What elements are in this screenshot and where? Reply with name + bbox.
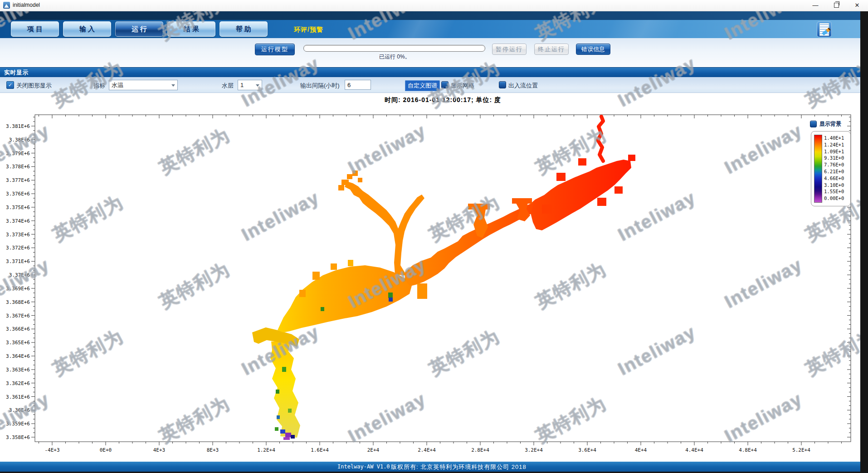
tab-结果[interactable]: 结果 [167,21,215,37]
show-background-checkbox[interactable] [810,121,817,127]
layer-value: 1 [240,82,244,88]
svg-text:5.2E+4: 5.2E+4 [792,447,810,453]
nav-band [0,11,868,20]
title-bar: initialmodel — ✕ [0,0,868,11]
minimize-button[interactable]: — [808,0,823,11]
tab-运行[interactable]: 运行 [115,21,163,37]
svg-text:2.4E+4: 2.4E+4 [418,447,436,453]
close-button[interactable]: ✕ [850,0,864,11]
svg-text:3.378E+6: 3.378E+6 [6,164,30,170]
legend-value: 1.24E+1 [824,141,844,148]
realtime-display-bar: 实时显示 [0,67,868,77]
eia-warning-label: 环评/预警 [294,26,323,34]
show-background-label: 显示背景 [819,120,841,128]
tab-帮助[interactable]: 帮助 [219,21,268,37]
app-icon [3,2,10,9]
svg-text:3.372E+6: 3.372E+6 [6,245,30,251]
custom-palette-button[interactable]: 自定义图谱 [405,80,440,91]
window-title: initialmodel [13,2,40,8]
show-grid-label: 显示网格 [451,82,474,90]
svg-text:3.361E+6: 3.361E+6 [6,394,30,400]
svg-text:3.368E+6: 3.368E+6 [6,299,30,305]
interval-label: 输出间隔(小时) [300,82,340,90]
chevron-down-icon [171,84,175,87]
svg-text:3.371E+6: 3.371E+6 [6,258,30,264]
progress-bar [303,45,485,52]
svg-text:3.379E+6: 3.379E+6 [6,151,30,156]
show-grid-checkbox[interactable] [441,81,449,88]
svg-text:2.8E+4: 2.8E+4 [471,447,489,453]
svg-text:1.6E+4: 1.6E+4 [311,447,329,453]
svg-text:3.36E+6: 3.36E+6 [9,407,30,413]
svg-text:3.2E+4: 3.2E+4 [525,447,543,453]
svg-text:3.374E+6: 3.374E+6 [6,218,30,224]
svg-text:-4E+3: -4E+3 [44,447,59,453]
svg-text:3.367E+6: 3.367E+6 [6,313,30,319]
legend-panel: 显示背景 1.40E+11.24E+11.09E+19.31E+07.76E+0… [810,121,852,206]
legend-value: 1.09E+1 [824,148,844,155]
legend-value: 4.66E+0 [824,175,844,182]
legend-value: 3.10E+0 [824,182,844,189]
svg-text:3.38E+6: 3.38E+6 [9,137,30,143]
indicator-select[interactable]: 水温 [109,80,178,90]
svg-text:3.366E+6: 3.366E+6 [6,326,30,332]
svg-text:3.377E+6: 3.377E+6 [6,177,30,183]
colorbar [814,135,822,203]
tab-项目[interactable]: 项目 [11,21,59,37]
svg-text:3.373E+6: 3.373E+6 [6,232,30,238]
close-graph-checkbox[interactable]: ✓ [6,81,14,89]
indicator-value: 水温 [112,81,123,89]
stop-run-button[interactable]: 终止运行 [534,44,569,55]
svg-text:8E+3: 8E+3 [207,447,219,453]
layer-select[interactable]: 1 [238,80,262,90]
svg-text:3.381E+6: 3.381E+6 [6,123,30,129]
pause-run-button[interactable]: 暂停运行 [492,44,527,55]
error-info-button[interactable]: 错误信息 [576,44,610,55]
restore-button[interactable] [829,0,844,11]
run-model-button[interactable]: 运行模型 [255,44,295,55]
legend-values: 1.40E+11.24E+11.09E+19.31E+07.76E+06.21E… [822,135,844,203]
layer-label: 水层 [222,82,234,90]
svg-text:4E+4: 4E+4 [635,447,647,453]
svg-text:4.8E+4: 4.8E+4 [739,447,757,453]
restore-icon [834,3,839,8]
temperature-heatmap [35,115,851,444]
svg-text:3.359E+6: 3.359E+6 [6,421,30,427]
tab-输入[interactable]: 输入 [63,21,111,37]
colorbar-legend: 1.40E+11.24E+11.09E+19.31E+07.76E+06.21E… [811,131,851,206]
svg-text:3.358E+6: 3.358E+6 [6,434,30,440]
main-tabs: 项目输入运行结果帮助 [11,21,272,37]
svg-text:3.365E+6: 3.365E+6 [6,340,30,346]
svg-text:3.375E+6: 3.375E+6 [6,205,30,210]
legend-value: 1.40E+1 [824,135,844,141]
close-graph-label: 关闭图形显示 [16,82,52,90]
chevron-down-icon [256,84,259,87]
svg-text:4E+3: 4E+3 [153,447,166,453]
legend-value: 1.55E+0 [824,188,844,195]
svg-text:4.4E+4: 4.4E+4 [685,447,703,453]
status-footer: Intelway-AW V1.0 版权所有: 北京英特利为环境科技有限公司 20… [0,462,868,472]
indicator-label: 指标 [93,82,105,90]
legend-value: 9.31E+0 [824,155,844,161]
svg-text:3.376E+6: 3.376E+6 [6,191,30,197]
display-controls-row: ✓ 关闭图形显示 指标 水温 水层 1 输出间隔(小时) 自定义图谱 显示网格 … [0,77,868,93]
svg-text:3.363E+6: 3.363E+6 [6,367,30,373]
legend-value: 7.76E+0 [824,161,844,168]
svg-text:3.362E+6: 3.362E+6 [6,380,30,386]
tab-bar: 项目输入运行结果帮助 环评/预警 [0,20,868,38]
svg-text:2E+4: 2E+4 [367,447,380,453]
svg-text:3.369E+6: 3.369E+6 [6,286,30,292]
footer-copyright: 版权所有: 北京英特利为环境科技有限公司 2018 [391,463,527,471]
svg-text:1.2E+4: 1.2E+4 [257,447,275,453]
flow-positions-checkbox[interactable] [499,81,506,88]
svg-text:3.6E+4: 3.6E+4 [578,447,596,453]
footer-version: Intelway-AW V1.0 [337,463,390,470]
interval-input[interactable] [345,80,371,90]
progress-status-text: 已运行 0%。 [379,53,410,61]
svg-text:0E+0: 0E+0 [100,447,112,453]
realtime-display-title: 实时显示 [4,69,29,77]
time-status-text: 时间: 2016-01-01 12:00:17; 单位: 度 [35,96,851,104]
note-edit-icon[interactable] [817,21,832,37]
flow-positions-label: 出入流位置 [508,82,538,90]
legend-value: 6.21E+0 [824,168,844,175]
